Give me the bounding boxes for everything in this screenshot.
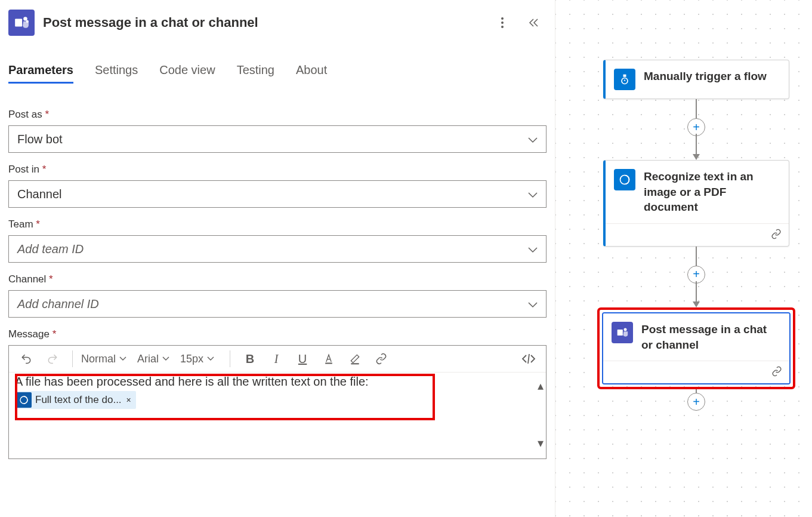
flow-card-recognize[interactable]: Recognize text in an image or a PDF docu… (603, 160, 789, 247)
teams-icon (612, 322, 633, 343)
highlight-icon[interactable] (347, 353, 363, 365)
underline-icon[interactable]: U (295, 352, 310, 366)
trigger-icon (614, 69, 635, 90)
chevron-down-icon (528, 133, 538, 146)
tabs: Parameters Settings Code view Testing Ab… (8, 63, 547, 84)
team-label: Team * (8, 219, 547, 230)
more-menu-icon[interactable] (495, 16, 510, 30)
token-remove-icon[interactable]: × (126, 395, 131, 405)
post-as-label: Post as * (8, 109, 547, 121)
panel-title: Post message in a chat or channel (43, 15, 487, 30)
scroll-down-icon[interactable]: ▾ (538, 436, 544, 450)
channel-label: Channel * (8, 273, 547, 285)
paragraph-style-dropdown[interactable]: Normal (81, 353, 126, 365)
chevron-down-icon (528, 297, 538, 311)
ai-builder-icon (614, 169, 635, 190)
tab-parameters[interactable]: Parameters (8, 63, 73, 84)
collapse-panel-icon[interactable] (526, 16, 541, 30)
post-as-value: Flow bot (17, 133, 63, 146)
scroll-up-icon[interactable]: ▴ (538, 378, 544, 393)
card-title: Manually trigger a flow (644, 69, 767, 84)
font-size-dropdown[interactable]: 15px (180, 353, 214, 365)
card-title: Recognize text in an image or a PDF docu… (644, 169, 780, 215)
connection-icon[interactable] (771, 366, 782, 378)
code-view-icon[interactable] (521, 353, 536, 365)
teams-icon (8, 10, 35, 36)
font-color-icon[interactable] (321, 353, 336, 365)
team-placeholder: Add team ID (17, 242, 84, 256)
message-editor[interactable]: A file has been processed and here is al… (9, 373, 546, 458)
post-in-label: Post in * (8, 164, 547, 176)
chevron-down-icon (528, 242, 538, 256)
svg-point-5 (501, 26, 504, 28)
team-select[interactable]: Add team ID (8, 235, 547, 263)
tab-code-view[interactable]: Code view (159, 63, 215, 84)
post-in-select[interactable]: Channel (8, 180, 547, 208)
selected-card-highlight: Post message in a chat or channel (597, 307, 795, 389)
link-icon[interactable] (373, 353, 389, 365)
token-label: Full text of the do... (35, 394, 122, 406)
tab-about[interactable]: About (296, 63, 327, 84)
flow-card-post-message[interactable]: Post message in a chat or channel (603, 313, 789, 383)
flow-canvas[interactable]: Manually trigger a flow + Recognize text… (555, 0, 812, 517)
card-title: Post message in a chat or channel (641, 322, 781, 352)
dynamic-content-token[interactable]: Full text of the do... × (15, 391, 136, 409)
panel-header: Post message in a chat or channel (8, 7, 547, 39)
undo-icon[interactable] (18, 353, 34, 365)
redo-icon[interactable] (45, 353, 60, 365)
italic-icon[interactable]: I (268, 352, 284, 366)
message-label: Message * (8, 328, 547, 340)
post-in-value: Channel (17, 187, 62, 201)
flow-card-trigger[interactable]: Manually trigger a flow (603, 60, 789, 99)
rte-toolbar: Normal Arial 15px B I U (9, 346, 546, 373)
font-family-dropdown[interactable]: Arial (137, 353, 169, 365)
chevron-down-icon (528, 187, 538, 201)
svg-line-8 (528, 354, 529, 364)
channel-select[interactable]: Add channel ID (8, 290, 547, 318)
svg-point-4 (501, 21, 504, 24)
channel-placeholder: Add channel ID (17, 297, 99, 311)
bold-icon[interactable]: B (242, 352, 258, 366)
svg-rect-12 (618, 330, 623, 336)
message-text: A file has been processed and here is al… (15, 375, 540, 389)
tab-testing[interactable]: Testing (237, 63, 274, 84)
connection-icon[interactable] (771, 229, 782, 241)
add-step-button[interactable]: + (687, 393, 705, 411)
tab-settings[interactable]: Settings (95, 63, 138, 84)
ai-builder-icon (16, 392, 32, 408)
svg-point-1 (23, 17, 27, 21)
svg-point-3 (501, 17, 504, 20)
svg-point-13 (624, 328, 627, 331)
svg-rect-0 (15, 19, 22, 27)
post-as-select[interactable]: Flow bot (8, 125, 547, 153)
